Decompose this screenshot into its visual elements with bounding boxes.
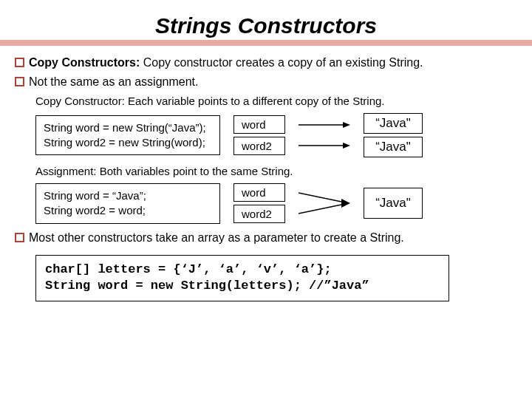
code-assign: String word = “Java”; String word2 = wor… bbox=[35, 183, 220, 224]
arrow-icon bbox=[299, 137, 350, 154]
code-char-array: char[] letters = {‘J’, ‘a’, ‘v’, ‘a’}; S… bbox=[35, 255, 449, 302]
label-word2: word2 bbox=[233, 137, 285, 155]
value-java: “Java" bbox=[364, 113, 423, 134]
sub-copy-constructor: Copy Constructor: Each variable points t… bbox=[35, 95, 517, 107]
svg-marker-6 bbox=[341, 199, 350, 208]
square-bullet-icon bbox=[15, 58, 24, 67]
bullet-copy-constructors: Copy Constructors: Copy constructor crea… bbox=[15, 56, 517, 69]
bullet-strong: Copy Constructors: bbox=[29, 56, 140, 69]
label-word: word bbox=[233, 115, 285, 134]
value-java: “Java" bbox=[364, 188, 423, 219]
bullet-array-constructors: Most other constructors take an array as… bbox=[15, 231, 517, 245]
slide-title: Strings Constructors bbox=[15, 13, 517, 38]
code-line: String word2 = word; bbox=[44, 203, 212, 218]
bullet-rest: Copy constructor creates a copy of an ex… bbox=[140, 56, 423, 69]
bullet-text: Most other constructors take an array as… bbox=[29, 231, 404, 245]
bullet-text: Copy Constructors: Copy constructor crea… bbox=[29, 56, 423, 69]
value-column-single: “Java" bbox=[364, 188, 423, 219]
code-line: String word = “Java”; bbox=[44, 188, 212, 203]
code-line: String word2 = new String(word); bbox=[44, 135, 212, 150]
code-line: String word = new String(“Java”); bbox=[44, 120, 212, 135]
title-divider bbox=[0, 40, 532, 46]
square-bullet-icon bbox=[15, 77, 24, 86]
bullet-text: Not the same as an assignment. bbox=[29, 75, 198, 89]
bullet-not-same: Not the same as an assignment. bbox=[15, 75, 517, 89]
label-word2: word2 bbox=[233, 205, 285, 223]
arrow-icon bbox=[299, 116, 350, 134]
square-bullet-icon bbox=[15, 233, 24, 242]
code-line: String word = new String(letters); //”Ja… bbox=[45, 278, 440, 295]
label-word: word bbox=[233, 183, 285, 202]
svg-marker-3 bbox=[343, 143, 350, 149]
svg-line-4 bbox=[299, 193, 341, 202]
svg-marker-1 bbox=[343, 122, 350, 128]
arrow-column-merge bbox=[299, 184, 350, 222]
code-line: char[] letters = {‘J’, ‘a’, ‘v’, ‘a’}; bbox=[45, 262, 440, 279]
value-java: “Java" bbox=[364, 137, 423, 157]
sub-assignment: Assignment: Both variables point to the … bbox=[35, 165, 517, 177]
svg-line-5 bbox=[299, 205, 341, 214]
diagram-copy: String word = new String(“Java”); String… bbox=[35, 113, 517, 157]
value-column: “Java" “Java" bbox=[364, 113, 423, 157]
diagram-assign: String word = “Java”; String word2 = wor… bbox=[35, 183, 517, 224]
merge-arrows-icon bbox=[299, 184, 350, 222]
label-column: word word2 bbox=[233, 183, 285, 223]
code-copy: String word = new String(“Java”); String… bbox=[35, 115, 220, 156]
arrow-column bbox=[299, 116, 350, 154]
label-column: word word2 bbox=[233, 115, 285, 155]
